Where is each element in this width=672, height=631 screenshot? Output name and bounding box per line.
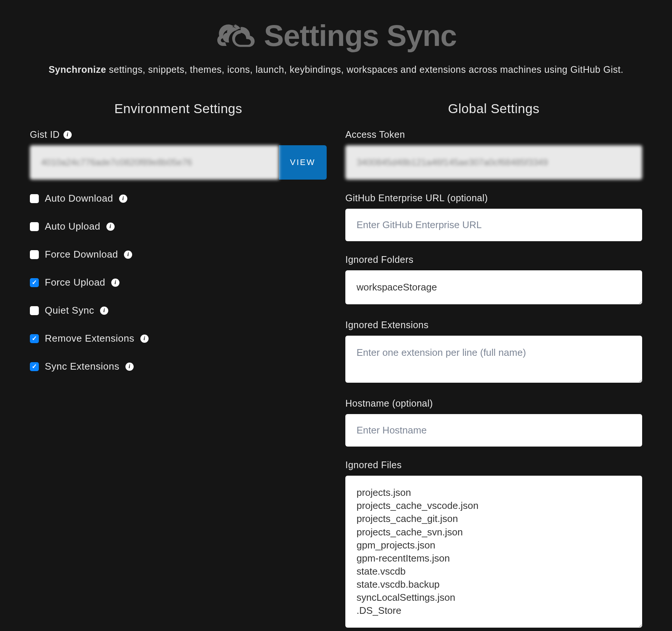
info-icon[interactable]: i <box>140 335 149 343</box>
checkbox-label: Force Upload <box>45 277 105 288</box>
info-icon[interactable]: i <box>100 307 108 315</box>
checkbox-remove-extensions[interactable] <box>30 334 39 343</box>
info-icon[interactable]: i <box>119 195 127 203</box>
gist-id-input[interactable]: 4010a24c776ade7c0820f89e8b05e76 <box>30 145 279 180</box>
checkbox-label: Remove Extensions <box>45 333 134 344</box>
access-token-input[interactable]: 3400845d48b121a46f145ae307a0cf68485f3349 <box>345 145 642 180</box>
check-row-quiet-sync: Quiet Synci <box>30 305 327 316</box>
checkbox-sync-extensions[interactable] <box>30 362 39 371</box>
check-row-sync-extensions: Sync Extensionsi <box>30 361 327 372</box>
environment-settings-column: Environment Settings Gist ID i 4010a24c7… <box>30 101 327 630</box>
ignored-folders-input[interactable] <box>345 270 642 304</box>
ghe-label: GitHub Enterprise URL (optional) <box>345 193 488 203</box>
checkbox-label: Auto Upload <box>45 221 100 232</box>
ignored-ext-label: Ignored Extensions <box>345 320 429 330</box>
view-button[interactable]: VIEW <box>279 145 327 180</box>
checkbox-auto-upload[interactable] <box>30 222 39 231</box>
gist-id-label: Gist ID <box>30 129 60 140</box>
checkbox-force-download[interactable] <box>30 250 39 259</box>
check-row-auto-download: Auto Downloadi <box>30 193 327 204</box>
global-heading: Global Settings <box>345 101 642 116</box>
hostname-label: Hostname (optional) <box>345 398 433 409</box>
checkbox-quiet-sync[interactable] <box>30 306 39 315</box>
tagline-rest: settings, snippets, themes, icons, launc… <box>106 64 623 75</box>
info-icon[interactable]: i <box>106 223 115 231</box>
ignored-ext-input[interactable] <box>345 336 642 383</box>
access-token-label: Access Token <box>345 129 405 140</box>
ghe-input[interactable] <box>345 209 642 241</box>
page-title: Settings Sync <box>264 19 457 53</box>
cloud-icon <box>215 20 256 52</box>
checkbox-label: Quiet Sync <box>45 305 94 316</box>
ignored-files-input[interactable] <box>345 476 642 628</box>
checkbox-label: Sync Extensions <box>45 361 119 372</box>
info-icon[interactable]: i <box>63 131 72 139</box>
ignored-files-label: Ignored Files <box>345 460 402 470</box>
tagline-bold: Synchronize <box>49 64 106 75</box>
checkbox-force-upload[interactable] <box>30 278 39 287</box>
checkbox-auto-download[interactable] <box>30 194 39 203</box>
info-icon[interactable]: i <box>111 279 119 287</box>
check-row-auto-upload: Auto Uploadi <box>30 221 327 232</box>
checkbox-label: Force Download <box>45 249 118 260</box>
global-settings-column: Global Settings Access Token 3400845d48b… <box>345 101 642 630</box>
check-row-force-upload: Force Uploadi <box>30 277 327 288</box>
ignored-folders-label: Ignored Folders <box>345 254 414 265</box>
info-icon[interactable]: i <box>124 251 132 259</box>
info-icon[interactable]: i <box>125 363 134 371</box>
checkbox-label: Auto Download <box>45 193 113 204</box>
check-row-force-download: Force Downloadi <box>30 249 327 260</box>
hostname-input[interactable] <box>345 414 642 447</box>
environment-heading: Environment Settings <box>30 101 327 116</box>
tagline: Synchronize settings, snippets, themes, … <box>30 64 642 75</box>
check-row-remove-extensions: Remove Extensionsi <box>30 333 327 344</box>
